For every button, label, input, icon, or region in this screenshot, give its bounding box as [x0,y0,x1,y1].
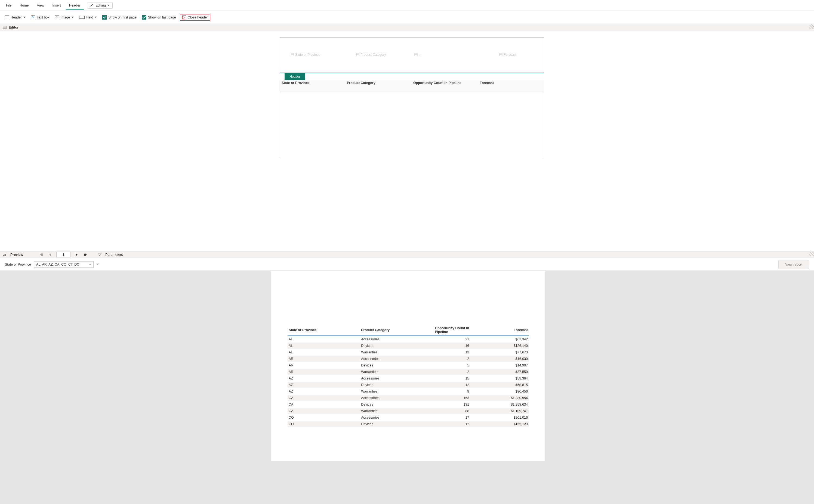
insert-image-button[interactable]: Image [53,14,76,21]
show-on-first-page-toggle[interactable]: Show on first page [101,14,138,21]
table-row: CADevices131$1,258,634 [288,401,529,408]
preview-icon [3,253,7,257]
preview-section-bar: Preview 1 Parameters [0,251,814,258]
checkbox-checked-icon [102,15,107,20]
th-opp: Opportunity Count In Pipeline [434,325,483,336]
tab-insert[interactable]: Insert [49,1,64,10]
col-header-forecast[interactable]: Forecast [480,81,494,85]
table-row: AZAccessories15$58,364 [288,375,529,382]
pencil-icon [90,4,94,7]
svg-rect-3 [291,53,294,56]
page-icon [5,15,9,19]
table-row: COAccessories17$201,016 [288,414,529,421]
parameters-label[interactable]: Parameters [105,253,123,257]
show-first-label: Show on first page [108,15,136,19]
editor-section-label: Editor [9,26,18,29]
chevron-down-icon [71,17,74,18]
rendered-report-page: State or Province Product Category Oppor… [271,271,545,461]
close-header-button[interactable]: Close header [180,14,210,21]
data-placeholder-category[interactable]: Product Category [356,52,386,57]
show-on-last-page-toggle[interactable]: Show on last page [140,14,178,21]
show-last-label: Show on last page [148,15,176,19]
tab-home[interactable]: Home [16,1,32,10]
editing-label: Editing [95,4,106,7]
table-row: CODevices12$155,123 [288,421,529,427]
table-row: ALAccessories21$63,342 [288,336,529,343]
table-header-row[interactable]: State or Province Product Category Oppor… [280,80,544,92]
param-state-value: AL, AR, AZ, CA, CO, CT, DC [36,263,79,266]
last-page-button[interactable] [83,252,88,257]
svg-marker-14 [98,253,101,256]
parameter-bar: State or Province AL, AR, AZ, CA, CO, CT… [0,258,814,271]
th-category: Product Category [360,325,434,336]
param-state-label: State or Province [5,263,31,266]
chevron-down-icon [107,5,110,6]
prev-page-button[interactable] [48,252,52,257]
image-icon [55,15,59,19]
tab-file[interactable]: File [3,1,15,10]
table-row: CAWarranties88$1,109,741 [288,408,529,414]
next-page-button[interactable] [74,252,79,257]
insert-header-button[interactable]: Header [3,14,27,21]
svg-rect-11 [3,256,4,256]
table-row: CAAccessories153$1,380,954 [288,395,529,401]
preview-viewport[interactable]: State or Province Product Category Oppor… [0,271,814,504]
close-header-label: Close header [188,15,208,19]
svg-rect-9 [499,53,502,56]
insert-field-label: Field [86,15,93,19]
col-header-state[interactable]: State or Province [282,81,310,85]
th-state: State or Province [288,325,360,336]
table-row: AZWarranties9$90,456 [288,388,529,395]
svg-rect-7 [415,53,417,56]
col-header-opp[interactable]: Opportunity Count In Pipeline [413,81,465,85]
textbox-icon [31,15,35,19]
svg-rect-5 [356,53,359,56]
report-design-surface[interactable]: Header State or Province Product Categor… [280,38,544,157]
table-row: ALWarranties13$77,673 [288,349,529,356]
insert-header-label: Header [11,15,22,19]
col-header-category[interactable]: Product Category [347,81,375,85]
chevron-down-icon [23,17,26,18]
insert-textbox-button[interactable]: Text box [29,14,51,21]
first-page-button[interactable] [39,252,44,257]
editor-canvas[interactable]: Header State or Province Product Categor… [0,31,814,251]
collapse-editor-handle[interactable] [809,24,814,29]
table-row: ARWarranties2$37,550 [288,369,529,375]
data-placeholder-state[interactable]: State or Province [291,52,320,57]
table-row: ALDevices16$126,140 [288,343,529,349]
editor-section-bar: Editor [0,24,814,31]
header-ribbon: Header Text box Image Field Show on firs… [0,11,814,24]
checkbox-checked-icon [142,15,146,20]
table-row: AZDevices12$58,815 [288,382,529,388]
svg-rect-0 [3,26,6,29]
tab-header[interactable]: Header [66,1,84,10]
data-placeholder-forecast[interactable]: Forecast [499,52,516,57]
editor-icon [3,26,7,29]
insert-field-button[interactable]: Field [77,14,98,21]
svg-rect-12 [4,255,5,256]
field-icon [79,16,84,19]
table-row: ARAccessories2$16,030 [288,356,529,362]
editing-mode-button[interactable]: Editing [87,2,113,9]
clear-param-button[interactable]: ✕ [96,263,99,266]
svg-rect-13 [5,254,6,256]
data-placeholder-opp[interactable]: ... [414,52,421,57]
insert-textbox-label: Text box [37,15,49,19]
th-forecast: Forecast [483,325,529,336]
tab-view[interactable]: View [34,1,48,10]
menu-tabs: File Home View Insert Header Editing [0,0,814,11]
close-icon [182,15,186,19]
param-state-dropdown[interactable]: AL, AR, AZ, CA, CO, CT, DC [34,261,94,268]
page-number-input[interactable]: 1 [56,252,70,257]
table-row: ARDevices5$14,907 [288,362,529,369]
chevron-down-icon [95,17,97,18]
insert-image-label: Image [61,15,70,19]
collapse-preview-handle[interactable] [809,251,814,256]
filter-icon[interactable] [98,253,101,257]
chevron-down-icon [89,264,91,265]
report-table: State or Province Product Category Oppor… [288,325,529,427]
header-region-tab[interactable]: Header [285,73,305,80]
preview-section-label: Preview [10,253,23,257]
view-report-button[interactable]: View report [778,260,809,269]
